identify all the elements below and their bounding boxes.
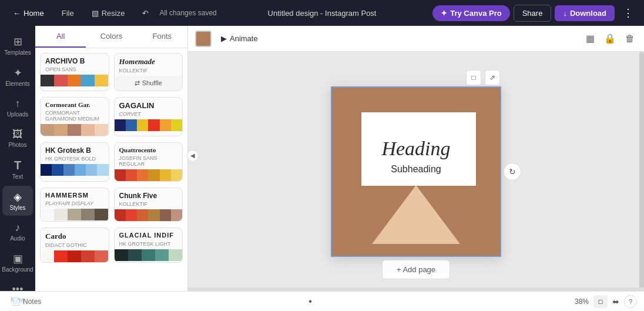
canvas-scroll-area: □ ⇗ Heading Subheading ↻ + Add page bbox=[188, 52, 644, 291]
file-button[interactable]: File bbox=[55, 6, 81, 21]
download-icon: ↓ bbox=[563, 9, 567, 18]
canvas-triangle bbox=[372, 185, 460, 244]
photos-icon: 🖼 bbox=[12, 128, 23, 141]
topbar: ← Home File ▧ Resize ↶ All changes saved… bbox=[0, 0, 644, 26]
fullscreen-button[interactable]: ⬌ bbox=[612, 297, 619, 306]
tab-all[interactable]: All bbox=[35, 26, 86, 48]
home-button[interactable]: ← Home bbox=[6, 6, 51, 21]
bottom-right: 38% □ ⬌ ? bbox=[575, 295, 637, 308]
sidebar-item-uploads[interactable]: ↑ Uploads bbox=[2, 93, 33, 122]
add-page-button[interactable]: + Add page bbox=[382, 260, 450, 279]
collapse-panel-button[interactable]: ◀ bbox=[187, 150, 199, 162]
sidebar-item-label: Uploads bbox=[7, 111, 29, 118]
style-subheading: OPEN SANS bbox=[41, 66, 109, 75]
notes-label: Notes bbox=[23, 297, 41, 306]
style-item-gagalin[interactable]: GAGALIN Corvet bbox=[114, 97, 183, 136]
style-card-row-5: Cardo Didact Gothic GLACIAL INDIF HK GRO… bbox=[40, 228, 183, 263]
style-item-cormorant[interactable]: Cormorant Gar. Cormorant Garamond Medium bbox=[40, 97, 109, 136]
sidebar-item-templates[interactable]: ⊞ Templates bbox=[2, 31, 33, 61]
color-picker-button[interactable] bbox=[195, 31, 212, 47]
color-row bbox=[41, 75, 109, 86]
bottombar: 📄 Notes • 38% □ ⬌ ? bbox=[0, 291, 644, 311]
style-heading: Quattrocento bbox=[115, 143, 183, 155]
page-dots-icon[interactable]: • bbox=[308, 296, 312, 307]
style-heading: HK Grotesk B bbox=[41, 143, 109, 156]
sidebar-item-audio[interactable]: ♪ Audio bbox=[2, 217, 33, 246]
animate-button[interactable]: ▶ Animate bbox=[216, 32, 263, 45]
color-row bbox=[41, 250, 109, 262]
bottom-center: • bbox=[51, 296, 570, 307]
canvas-toolbar: ▶ Animate ▦ 🔒 🗑 bbox=[188, 26, 644, 52]
style-item-hkgrotesk[interactable]: HK Grotesk B HK GROTESK BOLD bbox=[40, 142, 109, 182]
style-subheading: Kollektif bbox=[115, 68, 183, 76]
text-icon: T bbox=[14, 159, 21, 172]
lock-button[interactable]: 🔒 bbox=[602, 31, 618, 46]
color-row bbox=[115, 249, 183, 261]
styles-panel: All Colors Fonts ARCHIVO B OPEN SANS bbox=[35, 26, 188, 291]
sidebar-item-styles[interactable]: ◈ Styles bbox=[2, 186, 33, 216]
shuffle-label: Shuffle bbox=[142, 79, 162, 86]
sidebar-item-text[interactable]: T Text bbox=[2, 154, 33, 185]
color-row bbox=[41, 209, 109, 220]
undo-button[interactable]: ↶ bbox=[135, 6, 156, 21]
topbar-center: Untitled design - Instagram Post bbox=[268, 9, 377, 18]
style-heading: Cardo bbox=[41, 228, 109, 242]
main-layout: ⊞ Templates ✦ Elements ↑ Uploads 🖼 Photo… bbox=[0, 26, 644, 291]
resize-label: Resize bbox=[102, 9, 125, 18]
style-item-homemade[interactable]: Homemade Kollektif ⇄ Shuffle bbox=[114, 53, 183, 91]
more-options-button[interactable]: ⋮ bbox=[618, 4, 638, 22]
animate-icon: ▶ bbox=[221, 34, 227, 43]
download-label: Download bbox=[570, 9, 606, 18]
sidebar-item-label: Templates bbox=[4, 49, 31, 56]
sidebar-item-photos[interactable]: 🖼 Photos bbox=[2, 123, 33, 153]
shuffle-icon: ⇄ bbox=[135, 79, 140, 87]
design-canvas[interactable]: □ ⇗ Heading Subheading ↻ bbox=[331, 86, 501, 257]
style-subheading: Corvet bbox=[115, 111, 183, 119]
style-item-cardo[interactable]: Cardo Didact Gothic bbox=[40, 228, 109, 263]
canvas-refresh-icon[interactable]: ↻ bbox=[504, 163, 521, 180]
design-title: Untitled design - Instagram Post bbox=[268, 9, 377, 18]
panel-tabs: All Colors Fonts bbox=[35, 26, 187, 48]
style-heading: Chunk Five bbox=[115, 188, 183, 201]
style-item-hammersm[interactable]: HAMMERSM Playfair Display bbox=[40, 188, 109, 222]
sidebar-item-background[interactable]: ▣ Background bbox=[2, 248, 33, 277]
color-row bbox=[115, 169, 183, 181]
share-label: Share bbox=[522, 9, 543, 18]
more-icon: ••• bbox=[12, 283, 24, 296]
notes-button[interactable]: 📄 Notes bbox=[7, 295, 46, 308]
canvas-link-icon[interactable]: ⇗ bbox=[485, 70, 500, 85]
sidebar-item-label: Background bbox=[2, 266, 33, 273]
sidebar-item-label: Text bbox=[12, 173, 23, 180]
tab-fonts[interactable]: Fonts bbox=[137, 26, 187, 48]
download-button[interactable]: ↓ Download bbox=[555, 5, 615, 21]
scrollbar-bottom[interactable] bbox=[188, 287, 644, 291]
elements-icon: ✦ bbox=[14, 66, 22, 79]
try-canva-label: Try Canva Pro bbox=[450, 9, 501, 18]
delete-button[interactable]: 🗑 bbox=[623, 31, 637, 46]
sidebar-item-label: Audio bbox=[10, 235, 25, 242]
resize-button[interactable]: ▧ Resize bbox=[85, 6, 132, 21]
background-icon: ▣ bbox=[13, 252, 23, 265]
canvas-copy-icon[interactable]: □ bbox=[466, 70, 481, 85]
style-item-glacial[interactable]: GLACIAL INDIF HK GROTESK LIGHT bbox=[114, 228, 183, 263]
style-heading: GAGALIN bbox=[115, 98, 183, 112]
share-button[interactable]: Share bbox=[514, 5, 552, 22]
style-item-archivo[interactable]: ARCHIVO B OPEN SANS bbox=[40, 53, 109, 91]
page-prev-button[interactable]: □ bbox=[593, 295, 608, 308]
panel-content: ARCHIVO B OPEN SANS Homemade Kollektif ⇄ bbox=[35, 48, 187, 291]
try-canva-button[interactable]: ✦ Try Canva Pro bbox=[432, 5, 509, 21]
style-subheading: Kollektif bbox=[115, 201, 183, 209]
style-subheading: Didact Gothic bbox=[41, 242, 109, 250]
style-item-chunkfive[interactable]: Chunk Five Kollektif bbox=[114, 188, 183, 222]
grid-view-button[interactable]: ▦ bbox=[583, 31, 597, 46]
style-card-row-1: ARCHIVO B OPEN SANS Homemade Kollektif ⇄ bbox=[40, 53, 183, 91]
style-item-quattrocento[interactable]: Quattrocento JOSEFIN SANS REGULAR bbox=[114, 142, 183, 182]
shuffle-button[interactable]: ⇄ Shuffle bbox=[115, 76, 183, 91]
scrollbar-right[interactable] bbox=[639, 52, 644, 291]
sidebar-item-elements[interactable]: ✦ Elements bbox=[2, 62, 33, 92]
style-heading: Cormorant Gar. bbox=[41, 98, 109, 110]
tab-colors[interactable]: Colors bbox=[86, 26, 136, 48]
topbar-right: ✦ Try Canva Pro Share ↓ Download ⋮ bbox=[432, 4, 638, 22]
styles-icon: ◈ bbox=[14, 190, 22, 203]
help-button[interactable]: ? bbox=[624, 295, 637, 308]
